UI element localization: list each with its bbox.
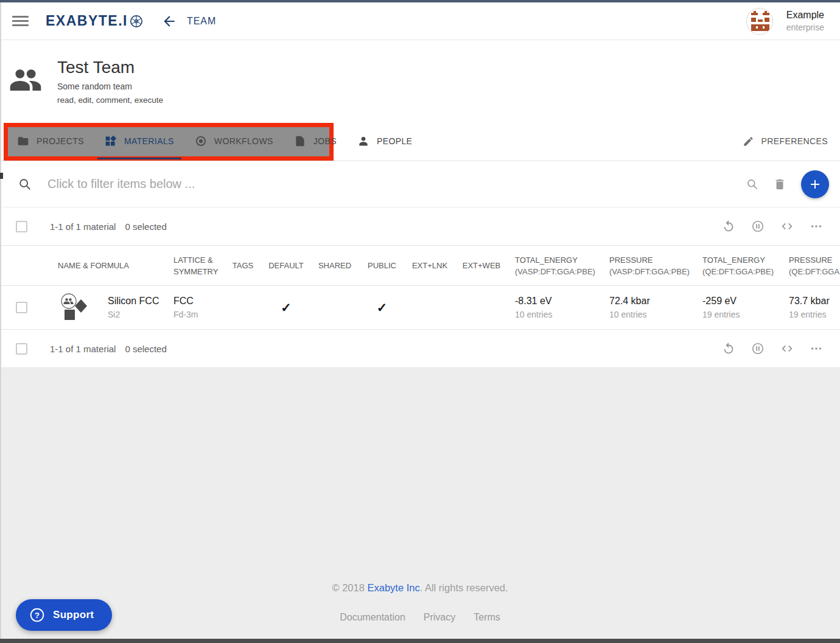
default-cell: ✓ (262, 301, 310, 315)
team-permissions: read, edit, comment, execute (57, 96, 163, 105)
col-public: PUBLIC (359, 261, 405, 270)
footer: © 2018 Exabyte Inc. All rights reserved.… (0, 368, 840, 643)
select-all-checkbox[interactable] (16, 221, 27, 232)
team-description: Some random team (57, 82, 163, 91)
list-controls-top: 1-1 of 1 material 0 selected (0, 207, 840, 246)
left-edge-artifact (0, 173, 3, 179)
footer-link-privacy[interactable]: Privacy (424, 612, 455, 623)
app-bar: EXABYTE.I TEAM (0, 0, 840, 40)
more-icon[interactable] (810, 342, 823, 355)
delete-button[interactable] (773, 178, 786, 191)
window-top-strip (0, 0, 840, 2)
col-total-energy-vasp: TOTAL_ENERGY (VASP:DFT:GGA:PBE) (508, 254, 603, 277)
row-checkbox[interactable] (16, 302, 27, 313)
person-icon (357, 135, 369, 147)
selected-summary: 0 selected (125, 221, 166, 232)
help-icon: ? (29, 607, 45, 623)
col-ext-lnk: EXT+LNK (405, 261, 455, 270)
code-icon[interactable] (780, 220, 794, 233)
table-header-row: NAME & FORMULA LATTICE & SYMMETRY TAGS D… (0, 246, 840, 286)
svg-text:?: ? (35, 611, 40, 620)
copyright-text: © 2018 Exabyte Inc. All rights reserved. (332, 582, 508, 594)
range-summary: 1-1 of 1 material (50, 344, 116, 354)
account-area: Example enterprise (746, 8, 824, 35)
target-icon (195, 135, 207, 147)
col-tags: TAGS (224, 261, 262, 270)
menu-icon[interactable] (12, 13, 29, 29)
add-button[interactable] (801, 170, 829, 198)
materials-icon (105, 135, 117, 147)
tab-jobs[interactable]: JOBS (294, 122, 337, 161)
check-icon: ✓ (377, 301, 388, 315)
company-link[interactable]: Exabyte Inc (367, 582, 419, 593)
team-name: Test Team (57, 58, 163, 77)
total-energy-vasp-cell: -8.31 eV 10 entries (508, 296, 603, 319)
material-name-cell: Silicon FCC Si2 (51, 293, 164, 322)
tab-bar: PROJECTS MATERIALS WORKFLOWS JOBS PEOPLE… (0, 122, 840, 161)
col-default: DEFAULT (262, 261, 310, 270)
preferences-button[interactable]: PREFERENCES (743, 122, 828, 161)
material-thumbnail-icon (60, 293, 89, 322)
tab-workflows[interactable]: WORKFLOWS (195, 122, 273, 161)
search-icon (18, 178, 32, 191)
search-icon (746, 178, 758, 190)
tab-projects[interactable]: PROJECTS (17, 122, 84, 161)
preferences-label: PREFERENCES (761, 136, 828, 146)
window-bottom-strip (0, 639, 840, 643)
selected-summary: 0 selected (125, 344, 166, 354)
col-lattice-symmetry: LATTICE & SYMMETRY (164, 254, 224, 277)
col-ext-web: EXT+WEB (455, 261, 508, 270)
total-energy-qe-cell: -259 eV 19 entries (695, 296, 782, 319)
pause-circle-icon[interactable] (751, 342, 765, 355)
tab-jobs-label: JOBS (313, 136, 337, 146)
col-name-formula: NAME & FORMULA (51, 261, 164, 270)
footer-links: Documentation Privacy Terms (340, 612, 500, 623)
check-icon: ✓ (281, 301, 292, 315)
filter-input[interactable] (47, 177, 746, 191)
col-pressure-vasp: PRESSURE (VASP:DFT:GGA:PBE) (603, 254, 695, 277)
pencil-icon (743, 136, 754, 147)
team-header: Test Team Some random team read, edit, c… (0, 40, 840, 122)
tab-people[interactable]: PEOPLE (357, 122, 412, 161)
trash-icon (773, 178, 786, 191)
avatar[interactable] (746, 8, 773, 35)
material-row[interactable]: Silicon FCC Si2 FCC Fd-3m ✓ ✓ -8.31 eV 1… (0, 286, 840, 330)
filter-bar (0, 161, 840, 207)
tab-materials[interactable]: MATERIALS (105, 122, 174, 161)
page-title: TEAM (187, 16, 216, 27)
pressure-qe-cell: 73.7 kbar 19 entries (782, 296, 840, 319)
tab-workflows-label: WORKFLOWS (214, 136, 273, 146)
plus-icon (808, 177, 822, 192)
account-labels: Example enterprise (786, 9, 824, 33)
code-icon[interactable] (780, 342, 794, 355)
tab-people-label: PEOPLE (377, 136, 412, 146)
pressure-vasp-cell: 72.4 kbar 10 entries (603, 296, 695, 319)
refresh-icon[interactable] (722, 220, 735, 233)
logo[interactable]: EXABYTE.I (46, 13, 143, 29)
public-cell: ✓ (359, 301, 405, 315)
material-formula: Si2 (108, 310, 159, 319)
footer-link-terms[interactable]: Terms (474, 612, 500, 623)
col-total-energy-qe: TOTAL_ENERGY (QE:DFT:GGA:PBE) (695, 254, 782, 277)
logo-text: EXABYTE.I (46, 13, 128, 29)
account-plan: enterprise (786, 22, 824, 33)
refresh-icon[interactable] (722, 342, 735, 355)
support-button[interactable]: ? Support (16, 599, 112, 631)
lattice-cell: FCC Fd-3m (164, 296, 224, 319)
material-name: Silicon FCC (108, 296, 159, 307)
list-controls-bottom: 1-1 of 1 material 0 selected (0, 330, 840, 368)
footer-link-documentation[interactable]: Documentation (340, 612, 405, 623)
tab-projects-label: PROJECTS (37, 136, 84, 146)
app-window: EXABYTE.I TEAM (0, 0, 840, 643)
select-all-checkbox[interactable] (16, 343, 27, 355)
col-shared: SHARED (310, 261, 359, 270)
account-name: Example (786, 9, 824, 22)
search-button[interactable] (746, 178, 758, 190)
range-summary: 1-1 of 1 material (50, 221, 116, 232)
tab-materials-label: MATERIALS (124, 136, 174, 146)
pause-circle-icon[interactable] (751, 220, 765, 233)
more-icon[interactable] (810, 220, 823, 233)
col-pressure-qe: PRESSURE (QE:DFT:GGA:PBE) (782, 254, 840, 277)
back-arrow-icon[interactable] (161, 13, 177, 29)
window-left-border (0, 0, 1, 643)
